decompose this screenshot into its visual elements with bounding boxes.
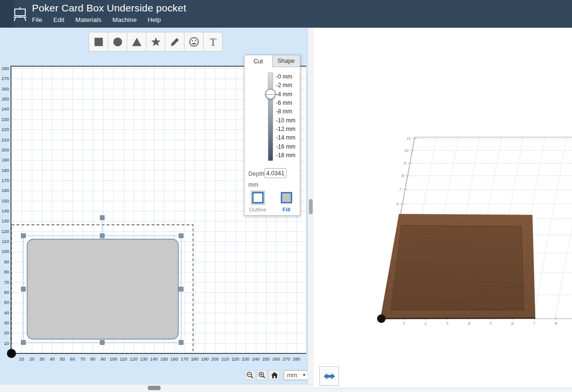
tool-star-button[interactable] — [146, 32, 165, 51]
ruler-x-label: 270 — [283, 356, 290, 362]
slider-tick-label: -2 mm — [276, 82, 292, 89]
ruler-x-label: 210 — [222, 356, 229, 362]
home-icon — [271, 372, 277, 378]
design-2d-panel: 2802702602502402302202102001901801701601… — [0, 28, 307, 384]
ruler-y-label: 230 — [0, 117, 9, 122]
project-title[interactable]: Poker Card Box Underside pocket — [32, 2, 186, 14]
easel-logo-icon[interactable] — [11, 6, 29, 22]
depth-slider-track[interactable] — [268, 72, 273, 161]
axis-label: 4 — [468, 321, 470, 326]
outline-label[interactable]: Outline — [245, 207, 271, 212]
ruler-y-label: 150 — [0, 199, 9, 203]
cut-shape-tabs: Cut Shape — [244, 55, 300, 67]
ruler-x-label: 40 — [50, 356, 55, 362]
ruler-x-label: 240 — [252, 356, 260, 362]
pencil-icon — [169, 36, 181, 48]
ruler-y-label: 20 — [0, 331, 9, 335]
ruler-y-label: 40 — [0, 311, 9, 315]
ruler-y-label: 180 — [0, 168, 9, 173]
tab-shape[interactable]: Shape — [273, 55, 301, 67]
svg-text:T: T — [210, 36, 216, 48]
ruler-y-label: 160 — [0, 188, 9, 193]
menu-file[interactable]: File — [32, 16, 42, 23]
tool-square-button[interactable] — [89, 32, 108, 51]
ruler-x-label: 90 — [101, 356, 106, 362]
axis-label: 6 — [511, 321, 514, 326]
carved-pocket — [391, 225, 524, 310]
slider-tick-label: -4 mm — [276, 91, 292, 98]
ruler-x-label: 170 — [181, 356, 188, 362]
ruler-y-label: 210 — [0, 138, 9, 142]
ruler-y-label: 190 — [0, 158, 9, 162]
tool-triangle-button[interactable] — [127, 32, 146, 51]
smiley-icon — [188, 36, 200, 48]
ruler-x-label: 160 — [171, 356, 178, 362]
axis-label: 11 — [407, 136, 410, 141]
vertical-scroll-thumb[interactable] — [309, 199, 313, 214]
ruler-x-label: 50 — [60, 356, 65, 362]
ruler-x-label: 120 — [130, 356, 137, 362]
ruler-y-label: 90 — [0, 260, 9, 264]
ruler-x-label: 190 — [201, 356, 209, 362]
app-header: Poker Card Box Underside pocket FileEdit… — [0, 0, 572, 28]
tool-smiley-button[interactable] — [184, 32, 204, 51]
ruler-y-label: 140 — [0, 209, 9, 213]
circle-icon — [112, 36, 123, 48]
depth-slider-handle[interactable] — [265, 89, 276, 100]
ruler-x-label: 250 — [262, 356, 270, 362]
menu-machine[interactable]: Machine — [112, 16, 137, 23]
horizontal-scrollbar — [0, 384, 314, 392]
cut-type-fill-swatch[interactable] — [281, 192, 292, 203]
menu-help[interactable]: Help — [148, 16, 161, 23]
cut-type-outline-swatch[interactable] — [252, 192, 264, 203]
triangle-icon — [131, 36, 143, 48]
ruler-y-label: 130 — [0, 219, 9, 223]
menu-edit[interactable]: Edit — [53, 16, 64, 23]
slider-tick-label: -14 mm — [276, 134, 296, 141]
ruler-y-label: 10 — [0, 341, 9, 346]
tab-cut[interactable]: Cut — [244, 55, 273, 67]
tool-pencil-button[interactable] — [165, 32, 184, 51]
axis-label: 9 — [404, 161, 406, 166]
ruler-y-label: 220 — [0, 127, 9, 132]
zoom-out-button[interactable] — [245, 370, 255, 380]
shape-toolbar: T — [89, 32, 223, 51]
tool-text-button[interactable]: T — [203, 32, 223, 51]
square-icon — [93, 36, 104, 48]
cut-shape-panel: Cut Shape -0 mm-2 mm-4 mm-6 mm-8 mm-10 m… — [244, 55, 300, 216]
ruler-y-label: 100 — [0, 249, 9, 254]
horizontal-scroll-thumb[interactable] — [148, 386, 161, 390]
slider-tick-label: -10 mm — [276, 117, 296, 124]
axis-label: 7 — [533, 321, 535, 326]
menu-bar: FileEditMaterialsMachineHelp — [32, 16, 161, 23]
text-icon: T — [207, 36, 219, 48]
ruler-y-label: 280 — [0, 66, 9, 71]
ruler-x-label: 260 — [272, 356, 280, 362]
slider-tick-label: -6 mm — [276, 100, 292, 106]
depth-input[interactable] — [264, 168, 286, 178]
menu-materials[interactable]: Materials — [75, 16, 102, 23]
axis-label: 3 — [446, 321, 449, 326]
axis-label: 2 — [424, 321, 427, 326]
dropdown-caret-icon: ▼ — [302, 373, 306, 377]
ruler-y-label: 200 — [0, 148, 9, 152]
axis-label: 8 — [402, 173, 404, 178]
zoom-in-button[interactable] — [257, 370, 267, 380]
board-bottom-edge — [380, 318, 535, 319]
ruler-y-label: 50 — [0, 300, 9, 305]
canvas-zoom-controls: mm ▼ — [245, 370, 307, 380]
slider-tick-label: -8 mm — [276, 108, 292, 115]
fill-label[interactable]: Fill — [275, 207, 298, 212]
axis-label: 1 — [403, 321, 405, 326]
ruler-y-label: 240 — [0, 107, 9, 111]
tool-circle-button[interactable] — [108, 32, 127, 51]
depth-label: Depth: — [248, 171, 266, 177]
ruler-x-label: 110 — [120, 356, 127, 362]
ruler-x-label: 280 — [293, 356, 300, 362]
bottom-strip-right — [314, 388, 572, 392]
home-view-button[interactable] — [269, 370, 280, 380]
unit-dropdown[interactable]: mm ▼ — [284, 370, 307, 380]
expand-preview-button[interactable] — [319, 366, 339, 386]
slider-tick-label: -18 mm — [276, 152, 296, 159]
ruler-x-label: 20 — [29, 356, 34, 362]
